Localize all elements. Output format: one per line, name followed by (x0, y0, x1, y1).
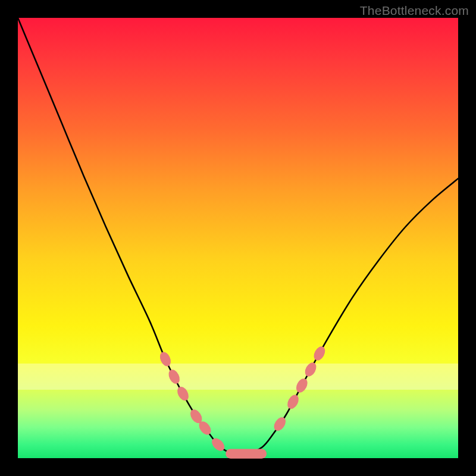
curve-marker (312, 345, 327, 362)
curve-marker (175, 385, 190, 403)
bottleneck-curve (18, 18, 458, 455)
curve-marker (158, 350, 173, 368)
curve-marker (272, 415, 289, 433)
curve-marker (294, 377, 309, 394)
chart-frame: TheBottleneck.com (0, 0, 476, 476)
curve-marker (167, 368, 182, 386)
curve-marker (303, 361, 318, 378)
trough-marker (226, 449, 267, 458)
markers-group (158, 345, 327, 459)
curve-marker (285, 393, 300, 411)
watermark-text: TheBottleneck.com (360, 4, 469, 18)
curve-layer (18, 18, 458, 458)
